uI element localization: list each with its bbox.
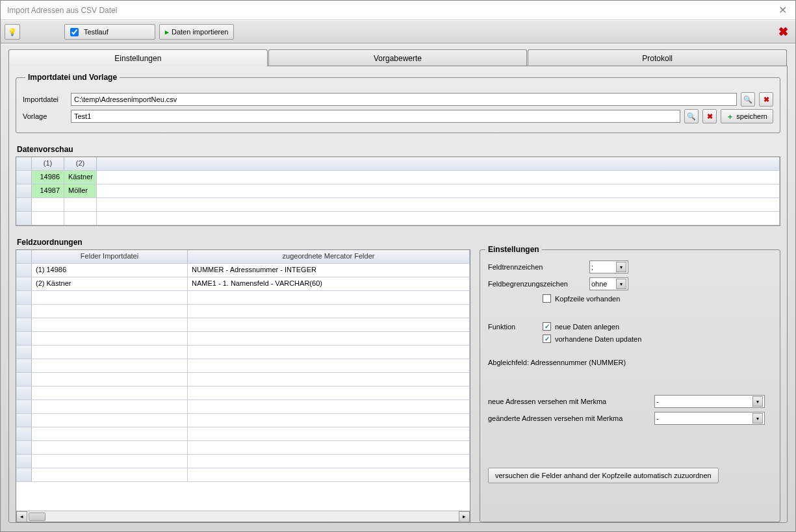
- tab-einstellungen[interactable]: Einstellungen: [8, 49, 268, 66]
- import-label: Daten importieren: [172, 28, 228, 36]
- scroll-right-button[interactable]: ▸: [459, 511, 470, 522]
- settings-title: Einstellungen: [485, 245, 542, 254]
- scroll-thumb[interactable]: [29, 513, 45, 521]
- fieldmap-row[interactable]: (2) KästnerNAME1 - 1. Namensfeld - VARCH…: [16, 277, 470, 291]
- testlauf-label: Testlauf: [84, 28, 109, 36]
- preview-title: Datenvorschau: [17, 145, 780, 154]
- fieldmap-row-empty: [16, 332, 470, 346]
- fieldmap-row[interactable]: (1) 14986NUMMER - Adressnummer - INTEGER: [16, 264, 470, 277]
- tab-bar: Einstellungen Vorgabewerte Protokoll: [8, 49, 788, 66]
- separator-combo[interactable]: ; ▾: [589, 260, 628, 273]
- dropdown-icon: ▾: [752, 413, 763, 424]
- search-icon: 🔍: [687, 112, 696, 121]
- body: Einstellungen Vorgabewerte Protokoll Imp…: [1, 44, 795, 531]
- template-clear-button[interactable]: ✖: [702, 109, 717, 123]
- search-icon: 🔍: [743, 95, 752, 104]
- preview-row[interactable]: 14987Möller: [16, 184, 780, 198]
- template-label: Vorlage: [23, 112, 67, 120]
- changed-merkmal-combo[interactable]: - ▾: [654, 412, 765, 425]
- close-icon: ✖: [778, 25, 788, 39]
- func-update-checkbox[interactable]: ✓ vorhandene Daten updaten: [543, 335, 641, 343]
- delete-icon: ✖: [764, 95, 769, 104]
- fieldmap-row-empty: [16, 291, 470, 305]
- template-save-button[interactable]: ＋ speichern: [721, 109, 773, 123]
- template-browse-button[interactable]: 🔍: [684, 109, 699, 123]
- fieldmap-row-empty: [16, 373, 470, 386]
- import-group-title: Importdatei und Vorlage: [25, 73, 120, 82]
- window: Import Adressen aus CSV Datei ✕ 💡 Testla…: [0, 0, 796, 532]
- fieldmap-title: Feldzuordnungen: [17, 238, 780, 247]
- fieldmap-hscroll[interactable]: ◂ ▸: [16, 511, 470, 522]
- fieldmap-row-empty: [16, 441, 470, 455]
- titlebar: Import Adressen aus CSV Datei ✕: [1, 1, 795, 20]
- delimiter-label: Feldbegrenzungszeichen: [488, 280, 585, 288]
- delete-icon: ✖: [707, 112, 713, 121]
- delimiter-combo[interactable]: ohne ▾: [589, 277, 628, 290]
- toolbar-close-button[interactable]: ✖: [775, 23, 791, 40]
- window-close-button[interactable]: ✕: [776, 4, 789, 17]
- separator-label: Feldtrennzeichen: [488, 263, 585, 271]
- fieldmap-row-empty: [16, 427, 470, 441]
- function-label: Funktion: [488, 323, 539, 331]
- fieldmap-column: Felder Importdateizugeordnete Mercator F…: [16, 249, 470, 522]
- fieldmap-row-empty: [16, 359, 470, 373]
- settings-column: Einstellungen Feldtrennzeichen ; ▾ Feldb…: [480, 249, 780, 522]
- checkbox-icon: [543, 294, 551, 303]
- tab-protokoll[interactable]: Protokoll: [528, 49, 787, 66]
- fieldmap-row-empty: [16, 305, 470, 318]
- lightbulb-icon: 💡: [8, 28, 17, 36]
- new-merkmal-combo[interactable]: - ▾: [654, 395, 765, 408]
- settings-box: Einstellungen Feldtrennzeichen ; ▾ Feldb…: [480, 249, 780, 522]
- panel-einstellungen: Importdatei und Vorlage Importdatei 🔍 ✖ …: [8, 66, 788, 523]
- fieldmap-row-empty: [16, 318, 470, 332]
- import-file-browse-button[interactable]: 🔍: [741, 92, 755, 107]
- testlauf-checkbox[interactable]: [70, 28, 79, 36]
- fieldmap-grid[interactable]: Felder Importdateizugeordnete Mercator F…: [16, 249, 470, 522]
- hint-button[interactable]: 💡: [5, 24, 20, 40]
- fieldmap-row-empty: [16, 400, 470, 414]
- import-file-clear-button[interactable]: ✖: [759, 92, 773, 107]
- import-group: Importdatei und Vorlage Importdatei 🔍 ✖ …: [16, 73, 780, 133]
- fieldmap-row-empty: [16, 468, 470, 482]
- dropdown-icon: ▾: [616, 262, 626, 272]
- scroll-left-button[interactable]: ◂: [16, 511, 27, 522]
- testlauf-toggle[interactable]: Testlauf: [64, 24, 155, 40]
- fieldmap-row-empty: [16, 414, 470, 427]
- preview-row-empty: [16, 198, 780, 212]
- import-file-row: Importdatei 🔍 ✖: [23, 92, 773, 107]
- import-file-label: Importdatei: [23, 95, 67, 103]
- fieldmap-row-empty: [16, 346, 470, 359]
- window-title: Import Adressen aus CSV Datei: [7, 6, 776, 15]
- checkbox-icon: ✓: [543, 335, 551, 343]
- preview-grid[interactable]: (1)(2)14986Kästner14987Möller: [16, 157, 780, 226]
- preview-row[interactable]: 14986Kästner: [16, 171, 780, 184]
- toolbar: 💡 Testlauf ▸ Daten importieren ✖: [1, 20, 795, 44]
- new-merkmal-label: neue Adressen versehen mit Merkma: [488, 398, 650, 405]
- dropdown-icon: ▾: [752, 396, 763, 407]
- split: Felder Importdateizugeordnete Mercator F…: [16, 249, 780, 522]
- auto-assign-button[interactable]: versuchen die Felder anhand der Kopfzeil…: [488, 468, 719, 483]
- matchfield-label: Abgleichfeld: Adressennummer (NUMMER): [488, 359, 626, 366]
- template-input[interactable]: [71, 110, 680, 123]
- header-checkbox[interactable]: Kopfzeile vorhanden: [543, 294, 620, 303]
- fieldmap-row-empty: [16, 455, 470, 468]
- tab-vorgabewerte[interactable]: Vorgabewerte: [268, 49, 528, 66]
- changed-merkmal-label: geänderte Adressen versehen mit Merkma: [488, 414, 650, 422]
- dropdown-icon: ▾: [616, 279, 626, 289]
- preview-row-empty: [16, 212, 780, 225]
- import-icon: ▸: [165, 28, 169, 36]
- import-data-button[interactable]: ▸ Daten importieren: [159, 24, 234, 40]
- import-file-input[interactable]: [71, 93, 737, 106]
- save-icon: ＋: [726, 112, 734, 121]
- func-new-checkbox[interactable]: ✓ neue Daten anlegen: [543, 322, 619, 331]
- checkbox-icon: ✓: [543, 322, 551, 331]
- template-row: Vorlage 🔍 ✖ ＋ speichern: [23, 109, 773, 123]
- fieldmap-row-empty: [16, 386, 470, 400]
